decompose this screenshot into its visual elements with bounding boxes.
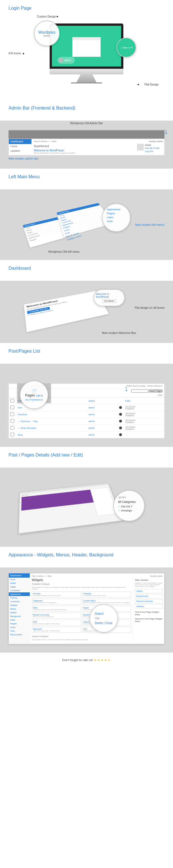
row-title[interactable]: Shop [16,432,87,438]
sidebar-widget[interactable]: Recent Posts [135,594,163,598]
sidebar-widget[interactable]: Recent Comments [135,599,163,603]
row-author[interactable]: admin [87,425,117,432]
sidebar-item[interactable]: Dashboard [9,574,30,578]
inactive-widgets-heading: Inactive Widgets [32,635,131,638]
sidebar-dashboard[interactable]: Dashboard [9,139,31,144]
ann-custom-design: Custom Design [37,15,56,18]
row-title[interactable]: — Checkout → Pay [16,418,87,425]
sidebar-item[interactable]: Comments [9,589,30,592]
sidebar-item[interactable]: Background [9,614,30,618]
sidebar-item[interactable]: Appearance [9,592,30,596]
sidebar-item[interactable]: Media [9,581,30,585]
comment-icon[interactable] [119,433,122,436]
sidebar-widget[interactable]: Archives [135,604,163,609]
admin-badge: admin [57,57,75,64]
row-author[interactable]: admin [87,432,117,438]
sidebar-item[interactable]: Pages [9,585,30,589]
login-area: Custom Design iOS Icons Flat Design admi… [8,15,165,94]
search-button[interactable]: Search Pages [149,390,163,393]
row-title[interactable]: — Order Received [16,425,87,432]
row-date: 2013/09/24Published [124,418,164,425]
sidebar-item[interactable]: Tools [9,629,30,633]
row-date: 2013/09/24Published [124,425,164,432]
widget-box[interactable]: CalendarA calendar of your site's posts [82,591,131,597]
row-checkbox[interactable] [10,406,14,409]
select-all[interactable] [10,399,14,402]
comment-icon[interactable] [119,413,122,416]
sidebar-item[interactable]: Header [9,611,30,614]
new-adminbar: Dashboard Home Updates Flat UI Admin ⌂ +… [8,139,165,155]
admin-nav: Flat UI Admin ⌂ + New [34,140,133,143]
row-checkbox[interactable] [10,419,14,423]
welcome-sub: We've assembled some links to get you st… [34,152,133,154]
table-row[interactable]: — Order Receivedadmin2013/09/24Published [9,425,164,432]
row-checkbox[interactable] [10,433,14,436]
screen-options[interactable]: Screen Options ▾ [147,385,163,387]
main-sidebar-heading: Main Sidebar [135,579,163,581]
comment-icon[interactable] [119,427,122,429]
widget-box[interactable]: MetaLog in/out, admin, feed and WordPres… [32,606,81,612]
welcome-heading: Welcome to WordPress! [34,149,133,152]
howdy-text: Howdy, admin [137,140,163,143]
leftmenu-title: Left Main Menu [8,174,165,180]
table-row[interactable]: Checkoutadmin2013/09/24Published [9,411,164,418]
search-input[interactable] [131,390,148,393]
sidebar-updates[interactable]: Updates [9,149,31,153]
comment-icon[interactable] [119,406,122,409]
widget-box[interactable]: Tag CloudYour most used tags in cloud fo… [32,627,81,633]
login-form [72,37,101,57]
sidebar-item[interactable]: Flat UI Admin [9,633,30,637]
sidebar-item[interactable]: Editor [9,618,30,622]
widget-box[interactable]: ArchivesA monthly archive of your site's… [32,591,81,597]
sidebar-item[interactable]: Customize [9,600,30,603]
row-author[interactable]: admin [87,404,117,411]
editor-window: Flat iOS 7 ... [19,483,122,534]
widget-box[interactable]: Recent CommentsThe most recent comments [32,613,81,619]
sidebar-item[interactable]: Widgets [9,603,30,607]
categories-callout: -gories All Categories Flat iOS 7 Uncate… [114,490,145,521]
row-checkbox[interactable] [10,412,14,416]
postlist-title: Post/Pages List [8,349,165,354]
adminbar-title: Admin Bar (Frontend & Backend) [8,105,165,111]
widget-box[interactable]: RSSEntries from any RSS or Atom feed [32,620,81,626]
get-started-button[interactable]: Get Started [102,299,116,303]
ann-old-adminbar: Wordpress Old Admin Bar [70,122,103,125]
sidebar-home[interactable]: Home [9,144,31,149]
widget-box[interactable]: CategoriesA list or dropdown of categori… [32,598,81,604]
sidebar-item[interactable]: Menus [9,607,30,611]
arrow-icon: ⤵ [125,386,128,393]
ann-new-adminbar: New modern admin bar! [8,157,165,160]
ann-welcome-box: New modern Welcome Box [102,332,136,335]
sidebar-item[interactable]: Themes [9,596,30,600]
page-title: Widgets [32,578,131,582]
row-date [124,432,164,438]
row-author[interactable]: admin [87,411,117,418]
ann-ios-icons: iOS Icons [8,52,21,55]
sidebar-item[interactable]: Plugins [9,622,30,625]
welcome-callout: Welcome to WordPress! Get Started [94,289,125,306]
sidebar-widget[interactable]: Search [135,589,163,593]
col-author[interactable]: Author [87,398,117,404]
sidebar-item[interactable]: Users [9,625,30,629]
table-row[interactable]: Shopadmin [9,432,164,438]
arrow-icon: ⤵ [165,129,167,135]
table-row[interactable]: — Checkout → Payadmin2013/09/24Published [9,418,164,425]
row-title[interactable]: Checkout [16,411,87,418]
row-author[interactable]: admin [87,418,117,425]
breadcrumb: Dashboard [34,144,133,148]
username: admin [145,144,151,146]
sidebar-item[interactable]: Posts [9,578,30,581]
comment-icon[interactable] [119,420,122,423]
menu-callout: Appearance Plugins Users Tools [102,204,130,232]
row-checkbox[interactable] [10,426,14,430]
footer: Don't forget to rate us! ★★★★★ [0,653,173,668]
ann-new-leftmenu: New modern left menu! [135,223,165,226]
details-title: Post / Pages Details (Add new / Edit) [8,453,165,458]
dashboard-title: Dashboard [8,266,165,271]
widget-box[interactable]: Custom MenuUse this widget to add one of… [82,598,131,604]
ann-flat-boxes: Flat design on all boxes [135,306,165,309]
wordpress-callout: Wordpres Moder [34,21,59,46]
dolly-note: Dolly'll never go away [126,385,145,387]
col-date[interactable]: Date [124,398,164,404]
ann-flat-design: Flat Design [144,83,159,86]
